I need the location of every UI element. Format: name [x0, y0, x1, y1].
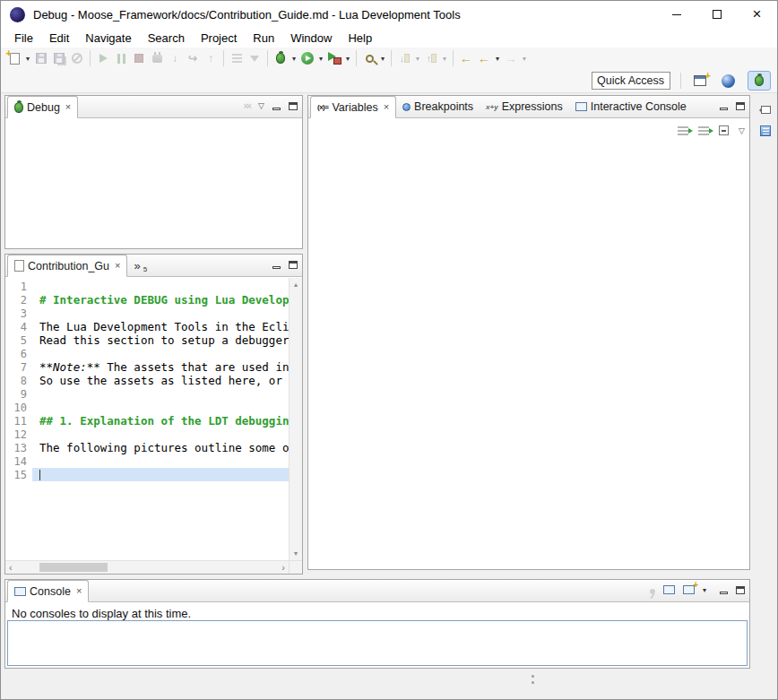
- skip-breakpoints-button[interactable]: [68, 48, 86, 68]
- tab-expressions[interactable]: x+y Expressions: [480, 96, 569, 117]
- disconnect-button[interactable]: [148, 48, 166, 68]
- close-tab-icon[interactable]: ×: [76, 586, 82, 596]
- minimized-view-button[interactable]: [756, 121, 775, 141]
- line-number[interactable]: 13: [5, 442, 32, 454]
- maximize-view-icon[interactable]: [289, 98, 298, 114]
- console-page-area[interactable]: [7, 620, 748, 666]
- line-number[interactable]: 11: [5, 415, 32, 428]
- forward-button[interactable]: →: [502, 48, 520, 68]
- maximize-view-icon[interactable]: [736, 98, 745, 114]
- vertical-scrollbar[interactable]: ▴ ▾: [289, 278, 302, 560]
- line-number[interactable]: 9: [5, 388, 32, 401]
- horizontal-scrollbar[interactable]: ‹ ›: [5, 560, 289, 574]
- pin-console-icon[interactable]: [650, 582, 655, 598]
- minimize-view-icon[interactable]: [272, 98, 281, 114]
- close-window-button[interactable]: ×: [737, 1, 777, 28]
- tab-contribution-guide[interactable]: Contribution_Gu ×: [7, 255, 127, 277]
- tab-console[interactable]: Console ×: [7, 580, 89, 602]
- previous-annotation-button[interactable]: ↑: [422, 48, 440, 68]
- resume-button[interactable]: [94, 48, 112, 68]
- save-all-button[interactable]: [50, 48, 68, 68]
- scroll-left-icon[interactable]: ‹: [9, 562, 13, 573]
- maximize-window-button[interactable]: [696, 1, 737, 28]
- minimize-view-icon[interactable]: [720, 582, 728, 598]
- view-menu-icon[interactable]: ▽: [739, 127, 745, 135]
- line-number[interactable]: 1: [5, 281, 32, 293]
- tab-debug[interactable]: Debug ×: [7, 96, 78, 118]
- previous-annotation-dropdown[interactable]: ▾: [440, 48, 449, 68]
- close-tab-icon[interactable]: ×: [384, 102, 389, 112]
- hidden-editors-chevron[interactable]: » 5: [127, 255, 153, 276]
- suspend-button[interactable]: [112, 48, 130, 68]
- sash-handle[interactable]: [532, 675, 535, 687]
- menu-navigate[interactable]: Navigate: [77, 28, 139, 48]
- run-button[interactable]: [298, 48, 316, 68]
- menu-project[interactable]: Project: [193, 28, 245, 48]
- collapse-all-icon[interactable]: [719, 123, 729, 139]
- close-tab-icon[interactable]: ×: [115, 261, 120, 271]
- new-wizard-button[interactable]: [5, 48, 23, 68]
- tab-breakpoints[interactable]: Breakpoints: [396, 96, 480, 117]
- line-number[interactable]: 3: [5, 307, 32, 320]
- new-wizard-dropdown[interactable]: ▾: [23, 48, 32, 68]
- menu-run[interactable]: Run: [245, 28, 282, 48]
- line-number[interactable]: 8: [5, 375, 32, 387]
- line-number[interactable]: 6: [5, 348, 32, 360]
- show-type-names-icon[interactable]: [698, 123, 709, 139]
- save-button[interactable]: [32, 48, 50, 68]
- scroll-right-icon[interactable]: ›: [281, 562, 285, 573]
- line-number[interactable]: 7: [5, 361, 32, 374]
- editor-text-area[interactable]: 1 2# Interactive DEBUG using Lua Develop…: [5, 278, 289, 560]
- menu-help[interactable]: Help: [340, 28, 380, 48]
- back-dropdown[interactable]: ▾: [493, 48, 502, 68]
- last-edit-location-button[interactable]: ←: [457, 48, 475, 68]
- line-number[interactable]: 2: [5, 294, 32, 307]
- search-dropdown[interactable]: ▾: [378, 48, 387, 68]
- line-number[interactable]: 12: [5, 428, 32, 441]
- menu-edit[interactable]: Edit: [41, 28, 77, 48]
- tab-interactive-console[interactable]: Interactive Console: [569, 96, 693, 117]
- external-tools-button[interactable]: [325, 48, 343, 68]
- scroll-up-icon[interactable]: ▴: [294, 281, 298, 289]
- show-logical-structures-icon[interactable]: [678, 123, 688, 139]
- menu-file[interactable]: File: [6, 28, 41, 48]
- step-over-button[interactable]: ↪: [184, 48, 202, 68]
- forward-dropdown[interactable]: ▾: [520, 48, 529, 68]
- open-perspective-button[interactable]: [691, 71, 709, 91]
- use-step-filters-button[interactable]: [246, 48, 264, 68]
- next-annotation-dropdown[interactable]: ▾: [413, 48, 422, 68]
- menu-search[interactable]: Search: [140, 28, 193, 48]
- line-number[interactable]: 15: [5, 469, 32, 481]
- line-number[interactable]: 4: [5, 321, 32, 333]
- minimize-view-icon[interactable]: [272, 256, 281, 272]
- external-tools-dropdown[interactable]: ▾: [343, 48, 352, 68]
- view-menu-icon[interactable]: ▽: [258, 102, 264, 110]
- restore-minimized-view-button[interactable]: [756, 99, 775, 119]
- scrollbar-thumb[interactable]: [39, 563, 108, 572]
- quick-access-box[interactable]: Quick Access: [592, 72, 670, 90]
- debug-perspective-button[interactable]: [748, 71, 771, 91]
- app-icon[interactable]: [10, 7, 25, 22]
- tab-variables[interactable]: (x)= Variables ×: [310, 96, 396, 118]
- maximize-view-icon[interactable]: [736, 582, 745, 598]
- line-number[interactable]: 14: [5, 455, 32, 468]
- open-console-dropdown[interactable]: ▾: [703, 586, 712, 594]
- debug-button[interactable]: [272, 48, 290, 68]
- open-console-icon[interactable]: [683, 582, 695, 598]
- back-button[interactable]: ←: [475, 48, 493, 68]
- line-number[interactable]: 5: [5, 334, 32, 347]
- line-number[interactable]: 10: [5, 402, 32, 414]
- close-tab-icon[interactable]: ×: [65, 102, 71, 112]
- drop-to-frame-button[interactable]: [228, 48, 246, 68]
- display-selected-console-icon[interactable]: [663, 582, 675, 598]
- minimize-view-icon[interactable]: [720, 98, 728, 114]
- terminate-button[interactable]: [130, 48, 148, 68]
- run-dropdown[interactable]: ▾: [316, 48, 325, 68]
- scroll-down-icon[interactable]: ▾: [294, 549, 298, 557]
- step-return-button[interactable]: ↑: [202, 48, 220, 68]
- maximize-view-icon[interactable]: [289, 256, 298, 272]
- remove-all-terminated-icon[interactable]: ××: [243, 101, 250, 111]
- menu-window[interactable]: Window: [282, 28, 340, 48]
- step-into-button[interactable]: ↓: [166, 48, 184, 68]
- debug-dropdown[interactable]: ▾: [290, 48, 298, 68]
